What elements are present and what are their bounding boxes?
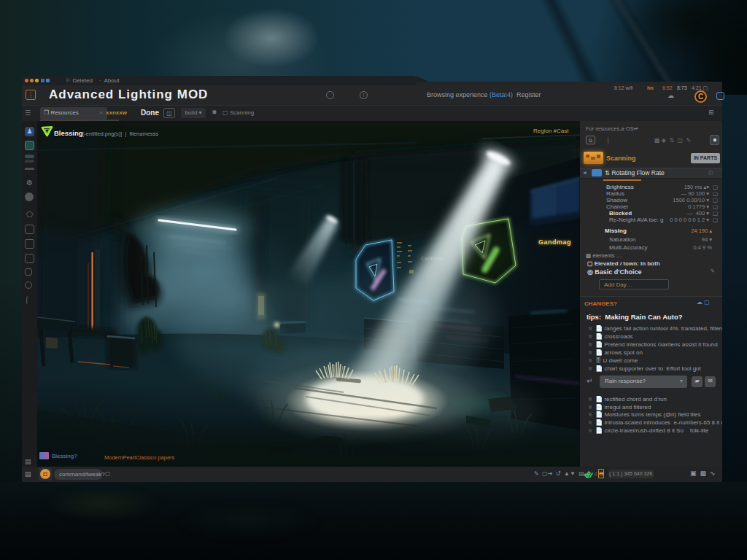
svg-text:Gandmag: Gandmag xyxy=(538,238,571,246)
